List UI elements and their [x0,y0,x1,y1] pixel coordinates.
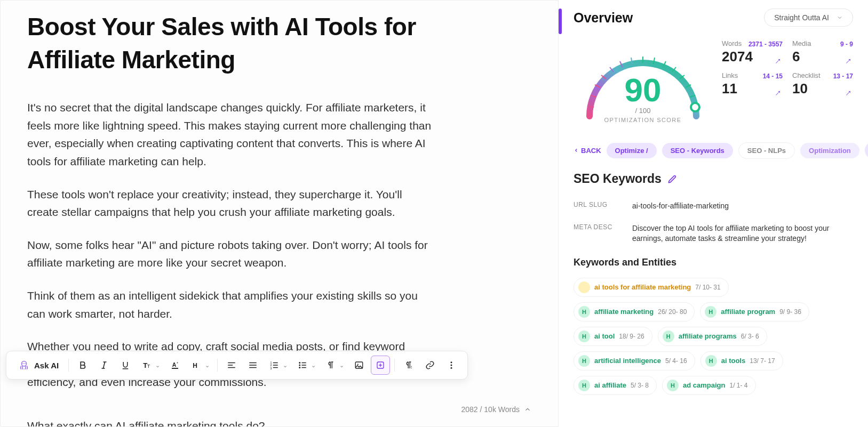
score-value: 90 [574,74,712,107]
keyword-name: affiliate programs [679,332,737,340]
tabs-next-button[interactable] [865,142,868,159]
keyword-chip[interactable]: Hai tools13/ 7- 17 [700,351,783,370]
chevron-down-icon[interactable]: ⌄ [311,362,319,369]
tab-seo-nlps[interactable]: SEO - NLPs [738,142,795,159]
keyword-chip[interactable]: ai tools for affiliate marketing7/ 10- 3… [574,278,729,297]
editor-toolbar: Ask AI TT ⌄ A H ⌄ 123 ⌄ ⌄ ⌄ [6,351,468,380]
keyword-stats: 7/ 10- 31 [695,284,720,291]
keyword-name: ai tool [594,332,615,340]
keyword-stats: 9/ 9- 36 [779,308,801,316]
keyword-badge: H [578,306,590,318]
plus-box-icon [376,360,385,370]
keyword-badge: H [578,380,590,391]
bullet-list-icon [298,360,307,370]
svg-text:H: H [193,362,197,369]
ordered-list-button[interactable]: 123 [265,356,284,375]
more-options-button[interactable] [442,356,461,375]
overview-pane: Overview Straight Outta AI [559,0,868,427]
svg-point-26 [299,367,300,368]
keyword-stats: 5/ 3- 8 [631,382,649,389]
align-justify-button[interactable] [243,356,262,375]
keyword-name: ai tools for affiliate marketing [594,283,691,291]
article-title[interactable]: Boost Your Sales with AI Tools for Affil… [27,10,497,76]
align-left-icon [227,360,236,370]
paragraph[interactable]: Now, some folks hear "AI" and picture ro… [27,236,433,272]
text-color-button[interactable]: A [165,356,185,375]
chevron-down-icon[interactable]: ⌄ [155,362,163,369]
underline-icon [121,360,130,370]
italic-button[interactable] [94,356,114,375]
insert-block-button[interactable] [371,356,390,375]
back-label: BACK [581,147,601,155]
svg-point-24 [299,362,300,364]
keyword-chip[interactable]: Haffiliate marketing26/ 20- 80 [574,302,695,321]
clear-formatting-button[interactable] [399,356,418,375]
chevron-left-icon [574,148,579,153]
ask-ai-button[interactable]: Ask AI [13,356,64,375]
project-selector[interactable]: Straight Outta AI [764,9,853,27]
svg-point-38 [451,365,452,366]
pilcrow-icon [326,360,336,370]
tab-optimization[interactable]: Optimization [800,143,859,158]
chevron-down-icon[interactable]: ⌄ [339,362,347,369]
underline-button[interactable] [116,356,135,375]
keyword-chip[interactable]: Hai tool18/ 9- 26 [574,327,652,346]
svg-text:A: A [172,361,177,368]
paragraph-direction-button[interactable] [321,356,340,375]
back-button[interactable]: BACK [574,147,601,155]
keyword-stats: 18/ 9- 26 [619,333,644,340]
chevron-down-icon[interactable]: ⌄ [283,362,291,369]
chevron-down-icon[interactable]: ⌄ [205,362,213,369]
keyword-name: ad campaign [683,381,725,389]
url-slug-label: URL SLUG [574,201,616,212]
meta-desc-value[interactable]: Discover the top AI tools for affiliate … [632,223,853,244]
keyword-name: affiliate program [721,308,775,316]
image-icon [354,360,364,370]
chevron-up-icon [524,406,531,413]
svg-point-31 [357,364,359,365]
keyword-chip[interactable]: Had campaign1/ 1- 4 [662,376,756,395]
align-left-button[interactable] [222,356,241,375]
insert-image-button[interactable] [349,356,369,375]
metric-media[interactable]: Media9 - 96→ [792,39,853,65]
svg-point-39 [451,367,452,369]
score-label: OPTIMIZATION SCORE [574,117,712,123]
tab-optimize[interactable]: Optimize / [607,143,657,158]
text-style-button[interactable]: TT [137,356,156,375]
chevron-down-icon [837,14,843,21]
svg-point-36 [411,368,412,369]
pencil-icon[interactable] [667,174,678,184]
bullet-list-button[interactable] [293,356,312,375]
metric-links[interactable]: Links14 - 1511→ [722,71,783,97]
paragraph[interactable]: What exactly can AI affiliate marketing … [27,417,433,427]
keyword-chip[interactable]: Haffiliate program9/ 9- 36 [700,302,809,321]
meta-desc-label: META DESC [574,223,616,244]
tab-seo-keywords[interactable]: SEO - Keywords [662,143,733,158]
word-count-footer[interactable]: 2082 / 10k Words [461,405,531,414]
text-style-icon: TT [141,360,152,370]
svg-text:3: 3 [270,367,272,370]
heading-button[interactable]: H [187,356,206,375]
heading-icon: H [192,360,201,370]
keyword-badge: H [663,331,674,342]
score-denom: / 100 [574,107,712,115]
insert-link-button[interactable] [420,356,440,375]
keyword-badge: H [578,355,590,367]
optimization-gauge: 90 / 100 OPTIMIZATION SCORE [574,36,712,127]
paragraph[interactable]: These tools won't replace your creativit… [27,186,433,221]
metric-words[interactable]: Words2371 - 35572074→ [722,39,783,65]
keyword-stats: 6/ 3- 6 [741,333,759,340]
paragraph[interactable]: Think of them as an intelligent sidekick… [27,287,433,323]
keyword-chip[interactable]: Hai affiliate5/ 3- 8 [574,376,657,395]
bold-button[interactable] [73,356,92,375]
keyword-chip[interactable]: Hartificial intelligence5/ 4- 16 [574,351,695,370]
bold-icon [78,360,87,370]
accent-bar [559,9,562,34]
keyword-chip[interactable]: Haffiliate programs6/ 3- 6 [658,327,767,346]
paragraph[interactable]: It's no secret that the digital landscap… [27,99,433,170]
svg-point-37 [451,361,452,363]
overview-title: Overview [574,10,633,26]
url-slug-value[interactable]: ai-tools-for-affiliate-marketing [632,201,729,212]
metric-range: 9 - 9 [840,41,853,48]
metric-checklist[interactable]: Checklist13 - 1710→ [792,71,853,97]
